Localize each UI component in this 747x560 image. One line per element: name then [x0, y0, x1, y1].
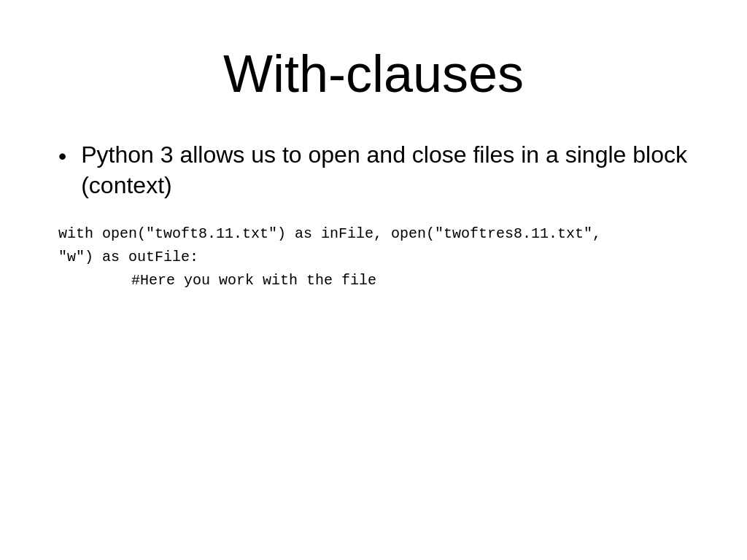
bullet-section: • Python 3 allows us to open and close f…	[58, 140, 703, 201]
bullet-text: Python 3 allows us to open and close fil…	[81, 140, 703, 201]
slide-container: With-clauses • Python 3 allows us to ope…	[0, 0, 747, 560]
slide-title: With-clauses	[44, 44, 703, 104]
bullet-dot: •	[58, 141, 66, 172]
code-line-3: #Here you work with the file	[58, 269, 703, 292]
bullet-item: • Python 3 allows us to open and close f…	[58, 140, 703, 201]
code-line-1: with open("twoft8.11.txt") as inFile, op…	[58, 222, 703, 246]
code-line-2: "w") as outFile:	[58, 246, 703, 269]
code-section: with open("twoft8.11.txt") as inFile, op…	[44, 222, 703, 292]
